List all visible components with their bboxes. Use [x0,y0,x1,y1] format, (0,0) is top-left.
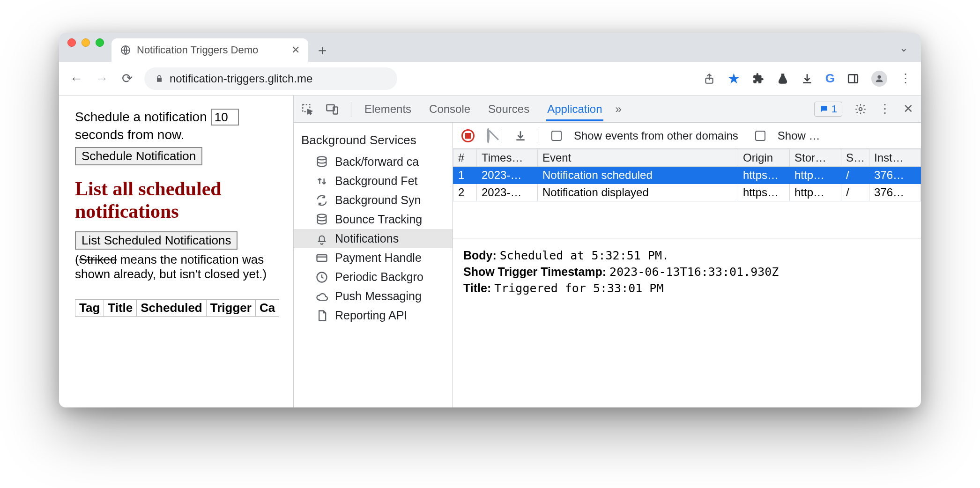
issues-badge[interactable]: 1 [814,102,842,117]
events-row[interactable]: 22023-…Notification displayedhttps…http…… [453,184,921,201]
devtools-tabbar: Elements Console Sources Application » 1 [294,96,921,123]
tab-elements[interactable]: Elements [364,97,412,121]
sidebar-item[interactable]: Payment Handle [294,248,453,267]
scheduled-table-header: Tag Title Scheduled Trigger Ca [75,299,279,317]
toolbar-right: ★ G ⋮ [703,70,912,87]
sidebar-item-icon [315,271,328,284]
tab-title: Notification Triggers Demo [137,44,258,56]
show-trunc-checkbox[interactable] [755,131,765,141]
close-window-button[interactable] [67,38,76,47]
profile-avatar[interactable] [871,71,887,87]
separator [502,129,502,143]
device-toggle-icon[interactable] [326,103,339,116]
download-icon[interactable] [514,130,527,142]
browser-tab[interactable]: Notification Triggers Demo ✕ [111,38,308,62]
sidebar-item[interactable]: Background Fet [294,171,453,191]
tab-application[interactable]: Application [546,97,603,121]
labs-icon[interactable] [777,73,789,85]
issues-icon [819,104,829,114]
share-icon[interactable] [703,73,715,85]
schedule-notification-button[interactable]: Schedule Notification [75,147,202,165]
events-row[interactable]: 12023-…Notification scheduledhttps…http…… [453,167,921,184]
downloads-icon[interactable] [801,73,813,85]
list-note: (Striked means the notification was show… [75,252,293,281]
events-column-header[interactable]: # [453,149,477,167]
events-column-header[interactable]: S… [841,149,869,167]
events-column-header[interactable]: Times… [477,149,538,167]
sidebar-item-icon [315,213,328,226]
clear-button[interactable] [487,129,490,142]
sidebar-item-label: Notifications [335,232,399,245]
sidebar-item[interactable]: Periodic Backgro [294,267,453,287]
lock-icon [155,74,164,83]
detail-ts-label: Show Trigger Timestamp: [463,265,606,278]
events-column-header[interactable]: Event [538,149,738,167]
devtools: Elements Console Sources Application » 1 [293,96,921,407]
show-trunc-label: Show … [778,129,820,142]
side-panel-icon[interactable] [847,73,859,85]
sidebar-item[interactable]: Notifications [294,229,453,248]
tabs-chevron-icon[interactable]: ⌄ [899,42,917,62]
google-icon[interactable]: G [825,71,835,86]
maximize-window-button[interactable] [96,38,104,47]
settings-icon[interactable] [854,103,867,115]
sidebar-item-icon [315,309,328,322]
sidebar-item[interactable]: Background Syn [294,191,453,210]
event-details: Body: Scheduled at 5:32:51 PM. Show Trig… [453,238,921,305]
events-column-header[interactable]: Stor… [790,149,841,167]
detail-title-label: Title: [463,281,491,295]
detail-ts-value: 2023-06-13T16:33:01.930Z [609,265,779,279]
minimize-window-button[interactable] [82,38,90,47]
sidebar-item-label: Payment Handle [335,251,422,265]
events-cell: Notification scheduled [538,167,738,184]
show-other-checkbox[interactable] [551,131,562,141]
sidebar-item[interactable]: Reporting API [294,306,453,325]
forward-button[interactable]: → [94,71,110,86]
window-controls [63,33,111,62]
events-column-header[interactable]: Inst… [869,149,921,167]
events-column-header[interactable]: Origin [738,149,790,167]
col-scheduled: Scheduled [137,299,206,316]
svg-point-7 [859,107,862,111]
sidebar-item-icon [315,194,328,207]
devtools-close-icon[interactable]: ✕ [903,102,913,116]
content-area: Schedule a notification seconds from now… [59,96,921,407]
svg-point-3 [877,75,881,78]
address-bar[interactable]: notification-triggers.glitch.me [144,67,397,90]
schedule-label-prefix: Schedule a notification [75,110,207,125]
events-cell: 2023-… [477,184,538,201]
seconds-input[interactable] [211,109,239,126]
events-cell: / [841,184,869,201]
back-button[interactable]: ← [68,71,84,86]
sidebar-item-label: Reporting API [335,309,407,322]
menu-icon[interactable]: ⋮ [899,71,912,86]
devtools-main: Show events from other domains Show … #T… [453,123,921,407]
inspect-icon[interactable] [301,103,313,115]
list-heading: List all scheduled notifications [75,177,293,223]
col-trigger: Trigger [206,299,255,316]
events-cell: http… [790,167,841,184]
events-table-wrap: #Times…EventOriginStor…S…Inst… 12023-…No… [453,149,921,238]
events-cell: Notification displayed [538,184,738,201]
extensions-icon[interactable] [752,73,765,85]
devtools-menu-icon[interactable]: ⋮ [879,102,891,116]
detail-title-value: Triggered for 5:33:01 PM [494,281,663,295]
svg-rect-10 [317,255,327,261]
close-tab-icon[interactable]: ✕ [291,44,300,56]
reload-button[interactable]: ⟳ [119,71,135,86]
sidebar-item[interactable]: Bounce Tracking [294,210,453,229]
more-tabs-icon[interactable]: » [616,103,622,116]
bookmark-star-icon[interactable]: ★ [728,70,740,87]
events-table: #Times…EventOriginStor…S…Inst… 12023-…No… [453,149,921,201]
new-tab-button[interactable]: ＋ [308,38,336,62]
sidebar-item-icon [315,251,328,265]
record-button[interactable] [461,129,475,142]
list-scheduled-button[interactable]: List Scheduled Notifications [75,231,238,250]
tab-console[interactable]: Console [428,97,471,121]
sidebar-item[interactable]: Push Messaging [294,287,453,306]
sidebar-item-label: Bounce Tracking [335,213,422,226]
sidebar-item[interactable]: Back/forward ca [294,152,453,171]
sidebar-item-label: Background Syn [335,193,421,207]
schedule-label-suffix: seconds from now. [75,127,293,142]
tab-sources[interactable]: Sources [487,97,530,121]
